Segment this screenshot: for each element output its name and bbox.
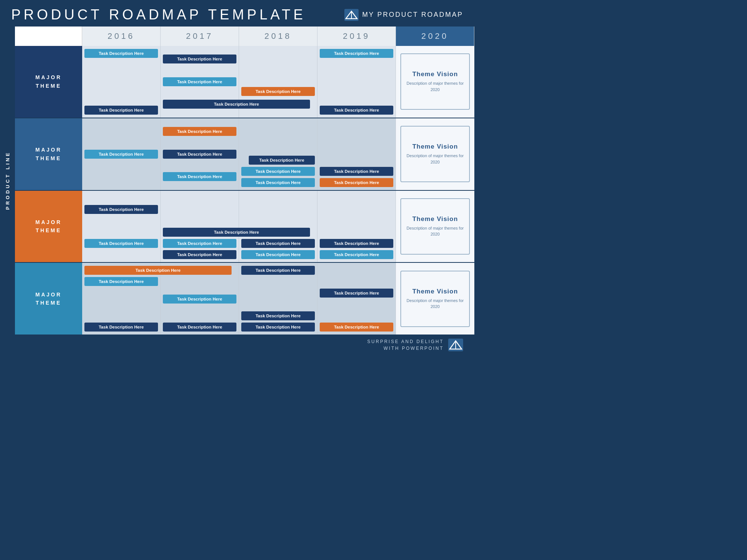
theme-3-line2: THEME [36,226,62,234]
task-t3-2016-2[interactable]: Task Description Here [84,239,158,248]
theme-row-4: MAJOR THEME Task Description Here Task D… [15,263,474,335]
task-t2-2019-2[interactable]: Task Description Here [320,178,393,187]
theme1-2017: Task Description Here Task Description H… [161,46,239,118]
theme-2-line2: THEME [36,154,62,162]
theme4-2018: Task Description Here Task Description H… [239,263,317,335]
theme-4-line1: MAJOR [35,290,62,299]
task-t4-2017-2[interactable]: Task Description Here [163,323,236,332]
task-t2-2017-3[interactable]: Task Description Here [163,172,236,181]
product-line-label: PRODUCT LINE [0,27,15,335]
task-t4-2018-3[interactable]: Task Description Here [241,323,315,332]
task-t4-2016-3[interactable]: Task Description Here [84,323,158,332]
theme-row-1: MAJOR THEME Task Description Here Task D… [15,46,474,118]
task-t2-2018-1[interactable]: Task Description Here [249,156,315,165]
theme-row-2: MAJOR THEME Task Description Here Task D… [15,118,474,191]
task-t1-2016-2[interactable]: Task Description Here [84,106,158,115]
task-t4-2018-2[interactable]: Task Description Here [241,311,315,320]
header: PRODUCT ROADMAP TEMPLATE MY PRODUCT ROAD… [0,0,474,27]
theme1-2019: Task Description Here Task Description H… [317,46,396,118]
task-t1-2017-3[interactable]: Task Description Here [163,100,310,109]
theme3-2019: Task Description Here Task Description H… [317,191,396,262]
task-t1-2018-1[interactable]: Task Description Here [241,87,315,96]
brand-icon [344,9,359,21]
year-2018: 2018 [239,27,317,46]
task-t2-2018-3[interactable]: Task Description Here [241,178,315,187]
year-row-empty [15,27,82,46]
footer-line2: WITH POWERPOINT [367,345,444,352]
task-t3-2017-2[interactable]: Task Description Here [163,239,236,248]
theme-3-line1: MAJOR [35,218,62,226]
theme3-2018: Task Description Here Task Description H… [239,191,317,262]
task-t3-2019-1[interactable]: Task Description Here [320,239,393,248]
task-t4-2019-1[interactable]: Task Description Here [320,289,393,298]
task-t4-2018-1[interactable]: Task Description Here [241,266,315,275]
theme1-2016: Task Description Here Task Description H… [82,46,161,118]
theme3-2020: Theme Vision Description of major themes… [396,191,474,262]
page-title: PRODUCT ROADMAP TEMPLATE [11,7,306,23]
theme2-2016: Task Description Here [82,118,161,190]
task-t4-2016-1[interactable]: Task Description Here [84,266,232,275]
task-t2-2017-1[interactable]: Task Description Here [163,127,236,136]
task-t1-2017-1[interactable]: Task Description Here [163,55,236,63]
task-t2-2017-2[interactable]: Task Description Here [163,150,236,159]
task-t4-2016-2[interactable]: Task Description Here [84,277,158,286]
footer-line1: SURPRISE AND DELIGHT [367,338,444,345]
task-t1-2019-2[interactable]: Task Description Here [320,106,393,115]
theme2-2020: Theme Vision Description of major themes… [396,118,474,190]
theme4-2016: Task Description Here Task Description H… [82,263,161,335]
vision-box-2: Theme Vision Description of major themes… [400,126,470,182]
vision-title-1: Theme Vision [412,71,458,78]
year-2017: 2017 [161,27,239,46]
footer-icon [448,339,463,351]
theme-4-line2: THEME [36,299,62,307]
vision-desc-1: Description of major themes for 2020 [406,80,465,93]
task-t1-2016-1[interactable]: Task Description Here [84,49,158,58]
theme3-2016: Task Description Here Task Description H… [82,191,161,262]
footer: SURPRISE AND DELIGHT WITH POWERPOINT [0,335,474,355]
task-t4-2017-1[interactable]: Task Description Here [163,295,236,304]
task-t2-2019-1[interactable]: Task Description Here [320,167,393,176]
theme4-2020: Theme Vision Description of major themes… [396,263,474,335]
task-t3-2017-1[interactable]: Task Description Here [163,228,310,237]
theme2-2018: Task Description Here Task Description H… [239,118,317,190]
vision-box-4: Theme Vision Description of major themes… [400,271,470,327]
year-row: 2016 2017 2018 2019 2020 [15,27,474,46]
theme-label-4: MAJOR THEME [15,263,82,335]
year-2016: 2016 [82,27,161,46]
theme-1-line1: MAJOR [35,73,62,81]
vision-title-2: Theme Vision [412,143,458,150]
theme-1-line2: THEME [36,82,62,90]
task-t1-2017-2[interactable]: Task Description Here [163,77,236,86]
task-t3-2018-2[interactable]: Task Description Here [241,250,315,259]
grid-container: 2016 2017 2018 2019 2020 MAJOR THEME Tas… [15,27,474,335]
vision-desc-2: Description of major themes for 2020 [406,153,465,165]
brand-label: MY PRODUCT ROADMAP [362,11,463,19]
vision-box-1: Theme Vision Description of major themes… [400,53,470,110]
vision-desc-3: Description of major themes for 2020 [406,225,465,237]
theme-label-1: MAJOR THEME [15,46,82,118]
task-t1-2019-1[interactable]: Task Description Here [320,49,393,58]
vision-title-4: Theme Vision [412,288,458,295]
task-t3-2018-1[interactable]: Task Description Here [241,239,315,248]
theme-row-3: MAJOR THEME Task Description Here Task D… [15,191,474,263]
vision-desc-4: Description of major themes for 2020 [406,298,465,310]
task-t2-2018-2[interactable]: Task Description Here [241,167,315,176]
theme2-2019: Task Description Here Task Description H… [317,118,396,190]
theme3-2017: Task Description Here Task Description H… [161,191,239,262]
footer-text: SURPRISE AND DELIGHT WITH POWERPOINT [367,338,444,352]
main-area: PRODUCT LINE 2016 2017 2018 2019 2020 MA… [0,27,474,335]
theme2-2017: Task Description Here Task Description H… [161,118,239,190]
theme-label-2: MAJOR THEME [15,118,82,190]
task-t4-2019-2[interactable]: Task Description Here [320,323,393,332]
task-t3-2016-1[interactable]: Task Description Here [84,205,158,214]
task-t2-2016-1[interactable]: Task Description Here [84,150,158,159]
theme1-2020: Theme Vision Description of major themes… [396,46,474,118]
year-2020: 2020 [396,27,474,46]
task-t3-2017-3[interactable]: Task Description Here [163,250,236,259]
task-t3-2019-2[interactable]: Task Description Here [320,250,393,259]
vision-box-3: Theme Vision Description of major themes… [400,198,470,255]
theme4-2019: Task Description Here Task Description H… [317,263,396,335]
page: PRODUCT ROADMAP TEMPLATE MY PRODUCT ROAD… [0,0,474,355]
brand: MY PRODUCT ROADMAP [344,9,463,21]
theme-2-line1: MAJOR [35,146,62,154]
